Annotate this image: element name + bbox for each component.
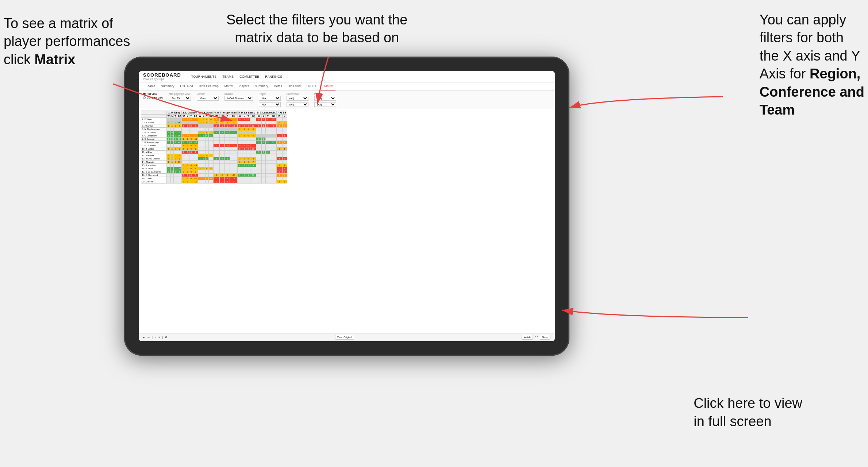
max-players-select[interactable]: Top 25 bbox=[169, 96, 191, 101]
matrix-cell bbox=[246, 177, 250, 180]
matrix-cell bbox=[170, 163, 174, 167]
matrix-cell bbox=[220, 154, 225, 157]
tab-h2h-h[interactable]: H2H H... bbox=[304, 82, 322, 90]
matrix-cell bbox=[208, 147, 213, 150]
zoom-out-icon[interactable]: − bbox=[155, 336, 156, 339]
full-view-radio[interactable] bbox=[143, 93, 146, 95]
tab-detail[interactable]: Detail bbox=[271, 82, 285, 90]
matrix-cell: 13 bbox=[230, 124, 238, 127]
matrix-cell bbox=[220, 140, 225, 144]
matrix-cell bbox=[198, 173, 202, 177]
matrix-cell: 1 bbox=[208, 131, 213, 134]
share-button[interactable]: Share bbox=[540, 335, 550, 340]
table-row: 16. K Vilips310-252204330801 bbox=[141, 167, 287, 170]
matrix-cell bbox=[270, 154, 277, 157]
filter-gender: Gender Men's bbox=[197, 93, 219, 101]
players-select-2[interactable]: (All) bbox=[314, 102, 336, 107]
matrix-cell bbox=[174, 163, 177, 167]
matrix-cell: 0 bbox=[174, 124, 177, 127]
matrix-cell: 1 bbox=[214, 121, 220, 124]
matrix-cell: 0 bbox=[186, 144, 189, 147]
matrix-cell bbox=[170, 173, 174, 177]
matrix-cell bbox=[282, 131, 287, 134]
footer-right: Watch ⛶ Share bbox=[522, 335, 550, 340]
matrix-cell bbox=[237, 180, 242, 183]
tab-h2h-heatmap[interactable]: H2H Heatmap bbox=[196, 82, 222, 90]
full-view-option[interactable]: Full View bbox=[143, 93, 163, 95]
row-label-header bbox=[141, 114, 167, 117]
matrix-cell bbox=[256, 173, 261, 177]
tab-summary[interactable]: Summary bbox=[158, 82, 177, 90]
col5-w: W bbox=[237, 114, 242, 117]
matrix-scroll-area[interactable]: 1. W Ding 2. L Clanton 3. J Koivun 4. M … bbox=[139, 109, 555, 333]
matrix-cell bbox=[225, 163, 230, 167]
matrix-cell bbox=[208, 127, 213, 131]
redo-icon[interactable]: ↪ bbox=[147, 336, 150, 339]
watch-button[interactable]: Watch bbox=[522, 335, 533, 340]
tab-h2h-grid-2[interactable]: H2H Grid bbox=[285, 82, 303, 90]
matrix-cell: 1 bbox=[170, 157, 174, 160]
matrix-cell: 8 bbox=[208, 167, 213, 170]
screen-icon[interactable]: ⛶ bbox=[535, 336, 538, 339]
matrix-cell: 2 bbox=[276, 163, 282, 167]
nav-tournaments[interactable]: TOURNAMENTS bbox=[191, 74, 216, 79]
matrix-cell: 1 bbox=[189, 134, 193, 137]
tab-h2h-grid[interactable]: H2H Grid bbox=[177, 82, 196, 90]
matrix-cell: 2 bbox=[282, 163, 287, 167]
annotation-center-line2: matrix data to be based on bbox=[235, 30, 399, 45]
matrix-cell bbox=[174, 144, 177, 147]
tab-summary-2[interactable]: Summary bbox=[252, 82, 271, 90]
matrix-cell bbox=[261, 154, 266, 157]
matrix-cell: 1 bbox=[167, 131, 171, 134]
region-select-1[interactable]: N/A bbox=[259, 96, 281, 101]
region-label: Region bbox=[259, 93, 281, 95]
matrix-cell: 0 bbox=[276, 170, 282, 173]
undo-icon[interactable]: ↩ bbox=[143, 336, 145, 339]
compact-view-option[interactable]: Compact View bbox=[143, 96, 163, 99]
zoom-in-icon[interactable]: + bbox=[158, 336, 160, 339]
matrix-cell: 3 bbox=[167, 167, 171, 170]
matrix-cell bbox=[270, 163, 277, 167]
conference-select-2[interactable]: (All) bbox=[287, 102, 308, 107]
player-name-cell: 3. J Koivun bbox=[141, 124, 167, 127]
gender-select[interactable]: Men's bbox=[197, 96, 219, 101]
annotation-right-line3: the X axis and Y bbox=[760, 48, 860, 63]
matrix-cell: 2 bbox=[170, 140, 174, 144]
region-select-2[interactable]: N/A bbox=[259, 102, 281, 107]
matrix-cell bbox=[266, 160, 270, 163]
matrix-cell: 3 bbox=[186, 180, 189, 183]
matrix-cell: 0 bbox=[237, 147, 242, 150]
tab-teams[interactable]: Teams bbox=[143, 82, 158, 90]
app-header: SCOREBOARD Powered by clippd TOURNAMENTS… bbox=[139, 71, 555, 82]
view-original-button[interactable]: View: Original bbox=[335, 335, 354, 340]
matrix-cell: 0 bbox=[189, 173, 193, 177]
tab-matrix-active[interactable]: Matrix bbox=[321, 82, 335, 90]
col6-dif: Dif bbox=[270, 114, 277, 117]
compact-view-radio[interactable] bbox=[143, 96, 146, 99]
tab-matrix-1[interactable]: Matrix bbox=[222, 82, 236, 90]
matrix-cell bbox=[237, 154, 242, 157]
matrix-cell bbox=[182, 154, 186, 157]
matrix-cell bbox=[208, 140, 213, 144]
matrix-cell bbox=[177, 144, 182, 147]
players-select-1[interactable]: (All) bbox=[314, 96, 336, 101]
matrix-cell bbox=[202, 170, 205, 173]
matrix-cell: 1 bbox=[186, 170, 189, 173]
division-select[interactable]: NCAA Division I bbox=[224, 96, 253, 101]
matrix-cell bbox=[198, 140, 202, 144]
matrix-cell: 2 bbox=[282, 121, 287, 124]
conference-select-1[interactable]: (All) bbox=[287, 96, 308, 101]
matrix-cell bbox=[170, 117, 174, 121]
matrix-cell bbox=[202, 140, 205, 144]
nav-teams[interactable]: TEAMS bbox=[222, 74, 234, 79]
matrix-cell: 1 bbox=[246, 163, 250, 167]
matrix-cell: 0 bbox=[276, 134, 282, 137]
matrix-cell: 1 bbox=[242, 144, 246, 147]
matrix-cell: 1 bbox=[242, 134, 246, 137]
tab-players[interactable]: Players bbox=[236, 82, 252, 90]
nav-rankings[interactable]: RANKINGS bbox=[265, 74, 282, 79]
nav-committee[interactable]: COMMITTEE bbox=[239, 74, 259, 79]
matrix-cell bbox=[276, 137, 282, 140]
separator2: | bbox=[162, 336, 163, 339]
settings-icon[interactable]: ⚙ bbox=[165, 336, 167, 339]
